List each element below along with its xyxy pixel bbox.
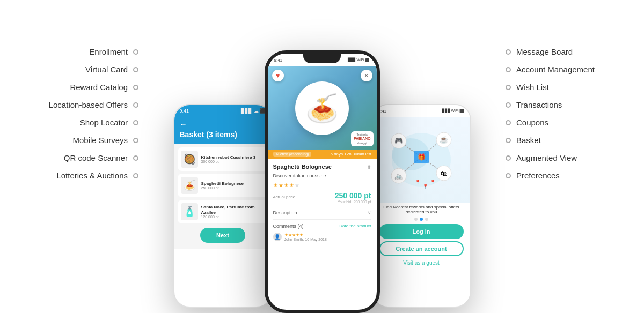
dot-1 <box>414 218 418 221</box>
illustration-area: 🎁 🎮 ☕ 🚲 🛍 📍 📍 📍 <box>373 117 470 203</box>
time-left: 9:41 <box>180 108 189 114</box>
auction-timer: 5 days 12h 30min left <box>330 152 371 156</box>
next-button[interactable]: Next <box>200 228 245 243</box>
your-bid: Your bid: 290 000 pt <box>335 200 371 204</box>
label-text-lotteries-auctions: Lotteries & Auctions <box>56 171 128 180</box>
left-label-virtual-card: Virtual Card <box>0 61 145 78</box>
status-bar-right: 9:41 ▊▊▊ WiFi ⬛ <box>373 105 470 117</box>
label-text-right-message-board: Message Board <box>516 47 573 56</box>
label-text-right-transactions: Transactions <box>516 100 562 109</box>
back-arrow-icon[interactable]: ← <box>180 120 266 129</box>
svg-text:📍: 📍 <box>422 183 429 190</box>
product-name: Spaghetti Bolognese <box>273 163 332 170</box>
item-name-3: Santa Noce, Parfume from Azailee <box>201 205 265 215</box>
item-img-1: 🥘 <box>181 151 198 168</box>
svg-text:📍: 📍 <box>430 179 436 185</box>
label-text-right-coupons: Coupons <box>516 118 548 127</box>
auction-label: Auction (ascending) <box>273 152 312 156</box>
status-bar-left: 9:41 ▊▊▊ ☁ ⬛ <box>174 105 272 117</box>
divider-2 <box>273 219 371 220</box>
item-img-2: 🍝 <box>181 177 198 194</box>
signal-center: ▊▊▊ WiFi ⬛ <box>348 58 370 62</box>
right-label-augmented-view: Augmented View <box>499 149 644 167</box>
phone-product: 9:41 ▊▊▊ WiFi ⬛ ♥ ✕ 🍝 Trattoria FABIANO … <box>265 50 380 313</box>
label-text-right-augmented-view: Augmented View <box>516 153 577 162</box>
label-text-qr-scanner: QR code Scanner <box>64 153 128 162</box>
star-5: ★ <box>295 182 299 188</box>
signal-right: ▊▊▊ WiFi ⬛ <box>442 109 465 113</box>
description-label: Description <box>273 210 297 215</box>
price-value: 250 000 pt <box>335 191 371 200</box>
right-label-account-management: Account Management <box>499 61 644 78</box>
basket-title: Basket (3 items) <box>180 130 266 139</box>
svg-text:🎁: 🎁 <box>418 153 426 161</box>
comments-row[interactable]: Comments (4) Rate the product <box>273 222 371 230</box>
basket-header: ← Basket (3 items) <box>174 117 272 144</box>
right-label-transactions: Transactions <box>499 96 644 114</box>
item-pts-3: 120 000 pt <box>201 215 265 219</box>
comments-label: Comments (4) <box>273 223 304 229</box>
left-label-enrollment: Enrollment <box>0 43 145 61</box>
product-details: Spaghetti Bolognese Discover italian cou… <box>268 159 377 248</box>
price-row: Actual price: 250 000 pt Your bid: 290 0… <box>273 191 371 204</box>
label-text-mobile-surveys: Mobile Surveys <box>72 136 128 145</box>
item-name-1: Kitchen robot Cussiniera 3 <box>201 155 256 160</box>
svg-text:🎮: 🎮 <box>394 136 404 145</box>
label-text-virtual-card: Virtual Card <box>85 65 128 74</box>
svg-text:📍: 📍 <box>415 179 421 185</box>
comment-avatar: 👤 <box>273 233 282 241</box>
left-label-mobile-surveys: Mobile Surveys <box>0 131 145 149</box>
right-label-message-board: Message Board <box>499 43 644 61</box>
share-icon[interactable]: ⬆ <box>367 164 371 171</box>
item-img-3: 🧴 <box>181 203 198 220</box>
basket-body: 🥘 Kitchen robot Cussiniera 3 300 000 pt … <box>174 144 272 249</box>
item-pts-2: 250 000 pt <box>201 186 244 190</box>
dot-2-active <box>420 218 423 221</box>
description-row[interactable]: Description ∨ <box>273 208 371 217</box>
create-account-button[interactable]: Create an account <box>379 241 464 256</box>
right-label-coupons: Coupons <box>499 114 644 131</box>
star-1: ★ <box>273 182 278 188</box>
stars-row: ★ ★ ★ ★ ★ <box>273 182 371 188</box>
phones-showcase: 9:41 ▊▊▊ ☁ ⬛ ← Basket (3 items) 🥘 Kitche… <box>134 11 510 313</box>
guest-link[interactable]: Visit as a guest <box>373 258 470 267</box>
svg-text:☕: ☕ <box>440 135 449 144</box>
star-4: ★ <box>289 182 294 188</box>
chevron-down-icon[interactable]: ∨ <box>368 210 371 215</box>
basket-item-2: 🍝 Spaghetti Bolognese 250 000 pt <box>178 174 268 197</box>
product-overlay-icons: ♥ ✕ <box>268 70 377 81</box>
label-text-shop-locator: Shop Locator <box>80 118 128 127</box>
close-icon[interactable]: ✕ <box>361 70 372 81</box>
comment-reviewer: John Smith, 10 May 2018 <box>284 237 327 241</box>
right-feature-list: Message Board Account Management Wish Li… <box>499 43 644 184</box>
login-button[interactable]: Log in <box>379 224 464 239</box>
rate-link[interactable]: Rate the product <box>339 223 371 228</box>
label-text-enrollment: Enrollment <box>89 47 128 56</box>
dot-3 <box>425 218 428 221</box>
item-info-2: Spaghetti Bolognese 250 000 pt <box>201 181 244 190</box>
label-text-reward-catalog: Reward Catalog <box>70 83 128 92</box>
phone-basket: 9:41 ▊▊▊ ☁ ⬛ ← Basket (3 items) 🥘 Kitche… <box>173 104 273 308</box>
star-3: ★ <box>284 182 289 188</box>
label-text-right-account-management: Account Management <box>516 65 595 74</box>
product-subtitle: Discover italian coussine <box>273 173 332 180</box>
svg-text:🚲: 🚲 <box>394 172 404 181</box>
label-text-right-wish-list: Wish List <box>516 83 549 92</box>
comment-preview: 👤 ★★★★★ John Smith, 10 May 2018 <box>273 230 371 243</box>
left-label-location-offers: Location-based Offers <box>0 96 145 114</box>
phone-login: 9:41 ▊▊▊ WiFi ⬛ 🎁 🎮 <box>372 104 471 308</box>
left-label-reward-catalog: Reward Catalog <box>0 78 145 96</box>
item-info-3: Santa Noce, Parfume from Azailee 120 000… <box>201 205 265 219</box>
basket-item-3: 🧴 Santa Noce, Parfume from Azailee 120 0… <box>178 200 268 223</box>
right-label-wish-list: Wish List <box>499 78 644 96</box>
item-name-2: Spaghetti Bolognese <box>201 181 244 187</box>
product-image: ♥ ✕ 🍝 Trattoria FABIANO da oggi <box>268 66 377 150</box>
divider-1 <box>273 206 371 206</box>
dots-indicator <box>373 218 470 221</box>
notch <box>303 54 341 63</box>
basket-item-1: 🥘 Kitchen robot Cussiniera 3 300 000 pt <box>178 147 268 171</box>
left-label-shop-locator: Shop Locator <box>0 114 145 131</box>
favorite-icon[interactable]: ♥ <box>272 70 284 81</box>
actual-price-label: Actual price: <box>273 195 297 199</box>
signal-icons-left: ▊▊▊ ☁ ⬛ <box>241 108 266 114</box>
